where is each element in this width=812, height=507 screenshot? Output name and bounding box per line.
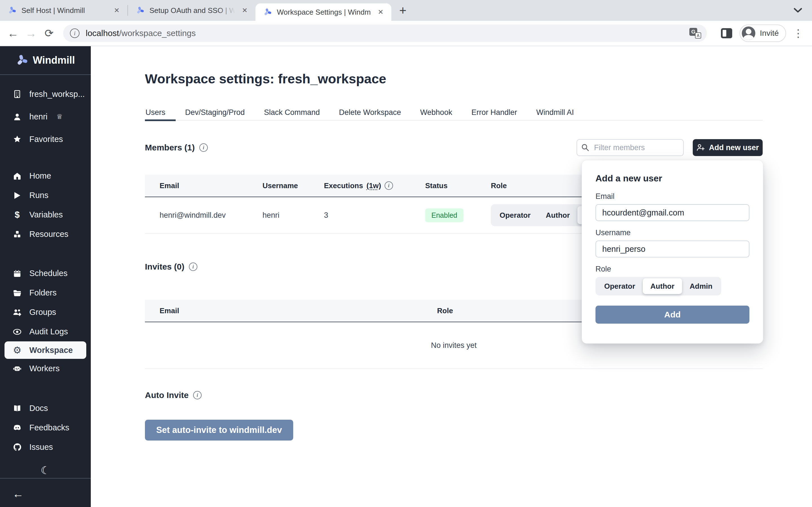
tab-slack-command[interactable]: Slack Command <box>254 105 329 120</box>
translate-icon[interactable]: G A <box>689 28 701 39</box>
user-label: henri <box>29 112 48 121</box>
new-tab-button[interactable]: + <box>396 0 409 21</box>
info-icon[interactable]: i <box>189 263 197 271</box>
sidebar-item-audit-logs[interactable]: Audit Logs <box>0 322 91 341</box>
sidebar-item-issues[interactable]: Issues <box>0 438 91 457</box>
sidebar-item-feedbacks[interactable]: Feedbacks <box>0 418 91 438</box>
sidebar-item-groups[interactable]: Groups <box>0 302 91 322</box>
groups-label: Groups <box>29 307 56 317</box>
member-username: henri <box>262 211 324 220</box>
sidebar-item-workspace-switcher[interactable]: fresh_worksp... <box>0 83 91 105</box>
role-author-button[interactable]: Author <box>538 206 577 224</box>
role-operator-button[interactable]: Operator <box>492 206 538 224</box>
runs-label: Runs <box>29 191 49 200</box>
star-icon <box>12 135 22 143</box>
back-button[interactable]: ← <box>4 27 22 40</box>
role-label: Role <box>596 265 749 274</box>
forward-button[interactable]: → <box>22 27 40 40</box>
popover-role-operator-button[interactable]: Operator <box>597 278 643 294</box>
add-new-user-button[interactable]: Add new user <box>693 139 763 156</box>
sidebar-item-favorites[interactable]: Favorites <box>0 128 91 151</box>
sidebar-footer: ← <box>0 478 91 507</box>
info-icon[interactable]: i <box>193 391 202 399</box>
building-icon <box>12 90 22 98</box>
filter-members-input[interactable] <box>576 139 684 156</box>
workspace-label: Workspace <box>29 346 73 355</box>
tab-error-handler[interactable]: Error Handler <box>462 105 527 120</box>
sidebar-item-variables[interactable]: $ Variables <box>0 205 91 224</box>
sidebar: Windmill fresh_worksp... henri ♕ <box>0 46 91 507</box>
tab-title: Self Host | Windmill <box>21 6 107 15</box>
collapse-sidebar-arrow-icon[interactable]: ← <box>12 488 24 500</box>
email-field[interactable] <box>596 204 749 221</box>
col-email: Email <box>145 181 262 190</box>
tab-overflow-chevron-icon[interactable] <box>794 0 802 21</box>
avatar <box>742 26 755 40</box>
member-executions: 3 <box>324 211 425 220</box>
sidebar-item-user[interactable]: henri ♕ <box>0 105 91 128</box>
username-field[interactable] <box>596 240 749 258</box>
browser-profile-button[interactable]: Invité <box>740 24 786 42</box>
profile-name: Invité <box>760 29 779 38</box>
close-icon[interactable]: ✕ <box>112 6 121 14</box>
sidebar-item-docs[interactable]: Docs <box>0 399 91 418</box>
tab-webhook[interactable]: Webhook <box>410 105 462 120</box>
address-bar[interactable]: i localhost/workspace_settings G A <box>63 24 707 42</box>
windmill-favicon <box>263 8 272 16</box>
set-auto-invite-button[interactable]: Set auto-invite to windmill.dev <box>145 420 293 441</box>
workspace-settings-page: Workspace settings: fresh_workspace User… <box>91 46 812 507</box>
cubes-icon <box>12 230 22 238</box>
search-icon <box>581 144 590 152</box>
site-info-icon[interactable]: i <box>70 29 80 38</box>
browser-tab-self-host[interactable]: Self Host | Windmill ✕ <box>0 0 128 21</box>
book-icon <box>12 405 22 412</box>
sidebar-item-workers[interactable]: Workers <box>0 359 91 378</box>
sidebar-item-runs[interactable]: Runs <box>0 186 91 205</box>
refresh-button[interactable]: ⟳ <box>40 27 58 40</box>
close-icon[interactable]: ✕ <box>240 6 249 14</box>
sidebar-item-home[interactable]: Home <box>0 166 91 186</box>
side-panel-icon[interactable] <box>721 28 732 38</box>
github-icon <box>12 443 22 451</box>
members-header-row: Members (1) i Add new user <box>145 139 763 156</box>
member-email: henri@windmill.dev <box>145 211 262 220</box>
dark-mode-toggle-moon-icon[interactable]: ☾ <box>41 464 50 476</box>
brand-name: Windmill <box>33 54 75 66</box>
add-user-popover: Add a new user Email Username Role Opera… <box>581 160 763 344</box>
folders-label: Folders <box>29 288 57 297</box>
sidebar-item-resources[interactable]: Resources <box>0 224 91 244</box>
workers-label: Workers <box>29 364 59 373</box>
user-icon <box>12 113 22 121</box>
col-executions: Executions (1w) i <box>324 181 425 190</box>
browser-tab-oauth-sso[interactable]: Setup OAuth and SSO | Windmill ✕ <box>128 0 255 21</box>
info-icon[interactable]: i <box>199 144 208 152</box>
audit-logs-label: Audit Logs <box>29 327 68 336</box>
groups-icon <box>12 308 22 316</box>
sidebar-item-workspace[interactable]: ⚙ Workspace <box>4 341 86 359</box>
info-icon[interactable]: i <box>385 181 393 190</box>
discord-icon <box>12 425 22 431</box>
page-title: Workspace settings: fresh_workspace <box>145 71 386 87</box>
popover-add-button[interactable]: Add <box>596 305 749 324</box>
tab-delete-workspace[interactable]: Delete Workspace <box>329 105 410 120</box>
sidebar-links-group: Docs Feedbacks Issues ☾ <box>0 378 91 476</box>
tab-dev-staging-prod[interactable]: Dev/Staging/Prod <box>175 105 255 120</box>
popover-role-author-button[interactable]: Author <box>643 278 682 294</box>
sidebar-admin-group: Schedules Folders Groups <box>0 244 91 378</box>
tab-windmill-ai[interactable]: Windmill AI <box>527 105 583 120</box>
browser-menu-icon[interactable]: ⋮ <box>793 27 804 40</box>
sidebar-item-folders[interactable]: Folders <box>0 283 91 302</box>
sidebar-footer-divider <box>0 478 91 478</box>
sidebar-item-schedules[interactable]: Schedules <box>0 264 91 283</box>
browser-tabstrip: Self Host | Windmill ✕ Setup OAuth and S… <box>0 0 812 21</box>
browser-tab-workspace-settings[interactable]: Workspace Settings | Windmill ✕ <box>255 3 391 21</box>
favorites-label: Favorites <box>29 135 63 144</box>
home-label: Home <box>29 171 51 180</box>
calendar-icon <box>12 270 22 277</box>
tab-title: Workspace Settings | Windmill <box>277 8 371 17</box>
docs-label: Docs <box>29 404 48 413</box>
windmill-brand[interactable]: Windmill <box>0 46 91 74</box>
tab-users[interactable]: Users <box>145 105 175 120</box>
close-icon[interactable]: ✕ <box>376 8 385 16</box>
popover-role-admin-button[interactable]: Admin <box>682 278 720 294</box>
